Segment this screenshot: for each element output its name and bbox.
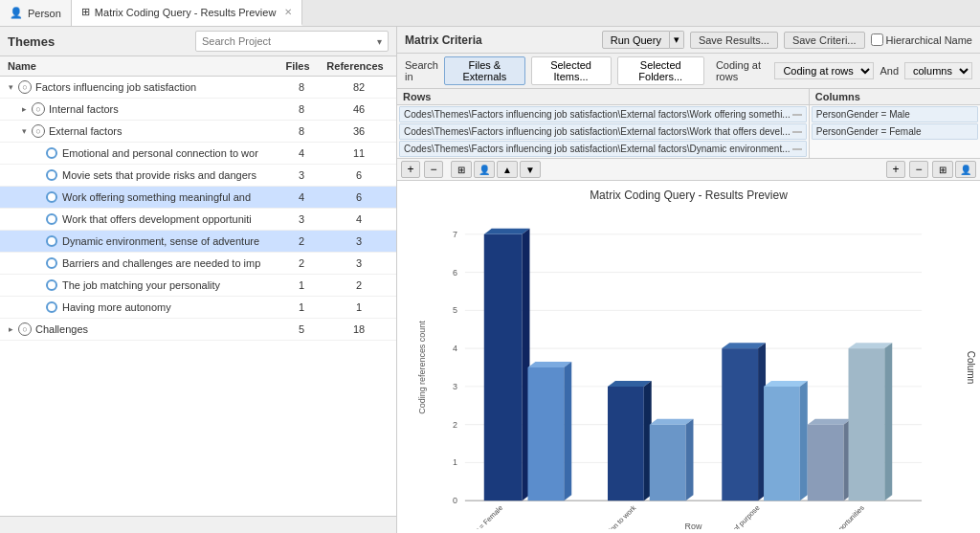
node-icon [44,233,59,249]
col-item[interactable]: PersonGender = Male [812,106,978,122]
tree-item[interactable]: ▾ ○ Factors influencing job satisfaction… [0,77,396,99]
rows-columns-section: Rows Codes\Themes\Factors influencing jo… [397,89,980,159]
run-query-button[interactable]: Run Query [602,31,670,49]
tab-matrix[interactable]: ⊞ Matrix Coding Query - Results Preview … [72,0,303,26]
tree-item[interactable]: Work offering something meaningful and 4… [0,187,396,209]
row-item-text: Codes\Themes\Factors influencing job sat… [404,109,791,120]
item-label: External factors [49,125,278,137]
coding-at-rows-select[interactable]: Coding at rows [774,62,874,79]
svg-text:Coding references count: Coding references count [417,321,427,414]
circle-icon [46,235,57,247]
bar-4-male-top [808,419,852,425]
expand-icon[interactable]: ▾ [17,124,31,138]
tree-item[interactable]: ▸ ○ Internal factors 8 46 [0,99,396,121]
node-icon [44,278,59,293]
expand-icon[interactable]: ▸ [4,322,17,336]
circle-icon [46,279,57,291]
bar-3-female-side [800,381,808,500]
tree-item[interactable]: ▸ ○ Challenges 5 18 [0,319,396,341]
columns-select[interactable]: columns [904,62,972,79]
tab-close-icon[interactable]: ✕ [284,7,292,17]
rows-label: Rows [397,89,809,105]
bar-1-male-top [484,229,530,234]
node-icon: ○ [31,101,46,117]
plus-circle-icon: ○ [18,322,32,336]
query-toolbar: Matrix Criteria Run Query ▾ Save Results… [397,27,980,54]
rows-container: Codes\Themes\Factors influencing job sat… [397,106,809,157]
tree-item[interactable]: Having more autonomy 1 1 [0,297,396,319]
save-results-button[interactable]: Save Results... [690,32,778,49]
tree-item[interactable]: Emotional and personal connection to wor… [0,143,396,165]
remove-col-button[interactable]: − [909,161,928,178]
row-action-group: ⊞ 👤 ▲ ▼ [451,161,541,178]
tree-item[interactable]: Dynamic environment, sense of adventure … [0,231,396,253]
row-item[interactable]: Codes\Themes\Factors influencing job sat… [399,141,807,157]
item-refs: 36 [325,125,392,137]
add-col-button[interactable]: + [886,161,905,178]
bar-3-male [722,348,758,500]
person-row-button[interactable]: 👤 [474,161,495,178]
bar-1-female-side [564,362,571,500]
up-row-button[interactable]: ▲ [497,161,518,178]
bar-4-female-top [849,343,893,348]
select-col-button[interactable]: ⊞ [932,161,953,178]
files-externals-tab[interactable]: Files & Externals [444,56,524,85]
item-files: 8 [278,125,325,137]
circle-icon [46,257,57,269]
hierarchical-name-checkbox[interactable]: Hierarchical Name [871,33,972,46]
plus-circle-icon: ○ [18,80,32,94]
item-refs: 82 [325,81,392,93]
bar-1-female [527,367,564,500]
cols-container: PersonGender = MalePersonGender = Female [810,106,980,140]
row-item[interactable]: Codes\Themes\Factors influencing job sat… [399,123,807,140]
expand-icon[interactable]: ▾ [4,80,17,94]
plus-circle-icon: ○ [32,102,45,116]
tree-item[interactable]: Movie sets that provide risks and danger… [0,165,396,187]
search-box[interactable]: ▾ [195,31,389,52]
add-row-button[interactable]: + [401,161,420,178]
and-label: And [880,65,899,77]
tree-item[interactable]: ▾ ○ External factors 8 36 [0,121,396,143]
tree-item[interactable]: The job matching your personality 1 2 [0,275,396,297]
item-files: 2 [278,235,325,247]
selected-items-tab[interactable]: Selected Items... [531,56,612,85]
item-files: 1 [278,301,325,313]
remove-row-button[interactable]: − [424,161,443,178]
columns-section: Columns PersonGender = MalePersonGender … [810,89,980,158]
row-label-1: Person Gender = Female [441,503,504,529]
item-refs: 6 [325,191,392,203]
search-dropdown-icon[interactable]: ▾ [377,36,382,47]
tree-item[interactable]: Work that offers development opportuniti… [0,209,396,231]
save-criteria-button[interactable]: Save Criteri... [784,32,865,49]
left-panel: Themes ▾ Name Files References ▾ ○ Facto… [0,27,397,533]
selected-folders-tab[interactable]: Selected Folders... [617,56,704,85]
col-files-header: Files [274,60,322,72]
bar-2-female [650,425,686,501]
plus-circle-icon: ○ [32,124,45,138]
tab-person[interactable]: 👤 Person [0,0,72,26]
row-label-4: k that offers development opportunities [773,503,866,529]
column-label: Column [966,351,976,384]
search-in-row: Search in Files & Externals Selected Ite… [397,54,980,89]
circle-icon [46,191,57,203]
tree-container: ▾ ○ Factors influencing job satisfaction… [0,77,396,516]
select-row-button[interactable]: ⊞ [451,161,472,178]
run-query-arrow[interactable]: ▾ [670,31,684,49]
item-label: Movie sets that provide risks and danger… [62,169,278,181]
bar-1-male [484,234,523,500]
item-files: 3 [278,213,325,225]
expand-icon[interactable]: ▸ [17,102,31,116]
item-label: Work offering something meaningful and [62,191,278,203]
bar-1-female-top [527,362,571,367]
tree-item[interactable]: Barriers and challenges are needed to im… [0,253,396,275]
col-item[interactable]: PersonGender = Female [812,123,978,140]
row-item[interactable]: Codes\Themes\Factors influencing job sat… [399,106,807,122]
col-name-header: Name [8,60,274,72]
search-input[interactable] [202,35,377,47]
panel-title: Themes [8,34,188,49]
run-query-group: Run Query ▾ [602,31,684,49]
item-label: Challenges [35,323,278,335]
down-row-button[interactable]: ▼ [520,161,541,178]
person-col-button[interactable]: 👤 [955,161,976,178]
rows-section: Rows Codes\Themes\Factors influencing jo… [397,89,810,158]
